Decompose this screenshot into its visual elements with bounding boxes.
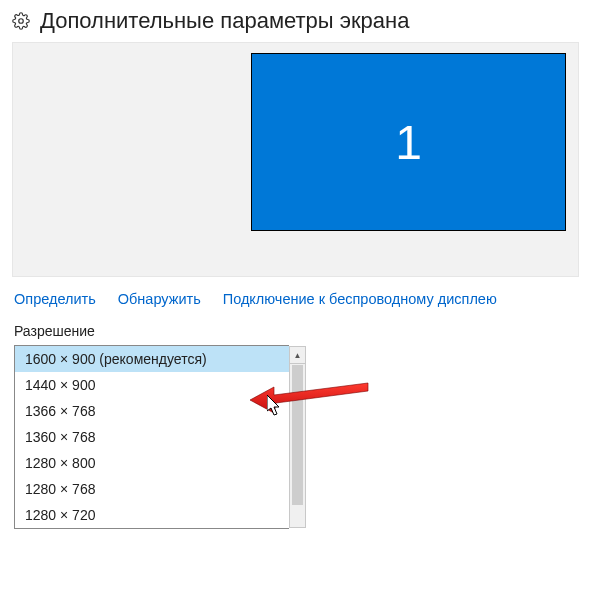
page-title: Дополнительные параметры экрана — [40, 8, 409, 34]
resolution-option[interactable]: 1360 × 768 — [15, 424, 289, 450]
resolution-option[interactable]: 1280 × 800 — [15, 450, 289, 476]
scroll-thumb[interactable] — [292, 365, 303, 505]
page-header: Дополнительные параметры экрана — [12, 8, 579, 34]
svg-point-0 — [19, 19, 24, 24]
resolution-option[interactable]: 1366 × 768 — [15, 398, 289, 424]
monitor-tile-1[interactable]: 1 — [251, 53, 566, 231]
resolution-option[interactable]: 1600 × 900 (рекомендуется) — [15, 346, 289, 372]
resolution-label: Разрешение — [12, 323, 579, 345]
scroll-up-button[interactable]: ▲ — [290, 347, 305, 364]
display-preview-area: 1 — [12, 42, 579, 277]
resolution-list: 1600 × 900 (рекомендуется)1440 × 9001366… — [14, 345, 289, 529]
resolution-option[interactable]: 1440 × 900 — [15, 372, 289, 398]
resolution-option[interactable]: 1280 × 768 — [15, 476, 289, 502]
detect-link[interactable]: Обнаружить — [118, 291, 201, 307]
resolution-option[interactable]: 1280 × 720 — [15, 502, 289, 528]
action-links: Определить Обнаружить Подключение к бесп… — [12, 287, 579, 323]
settings-window: Дополнительные параметры экрана 1 Опреде… — [0, 0, 591, 599]
wireless-display-link[interactable]: Подключение к беспроводному дисплею — [223, 291, 497, 307]
gear-icon — [12, 12, 30, 30]
identify-link[interactable]: Определить — [14, 291, 96, 307]
dropdown-scrollbar[interactable]: ▲ — [289, 346, 306, 528]
monitor-number: 1 — [395, 115, 422, 170]
resolution-dropdown[interactable]: 1600 × 900 (рекомендуется)1440 × 9001366… — [14, 345, 289, 529]
